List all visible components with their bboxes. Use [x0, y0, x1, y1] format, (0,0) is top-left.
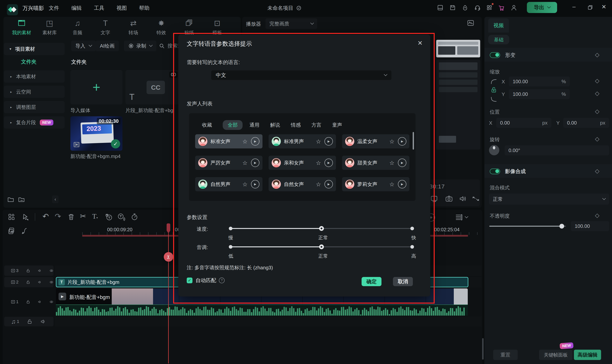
- volume-icon[interactable]: [459, 195, 467, 203]
- tab-templates[interactable]: ⊡模板: [203, 19, 231, 36]
- favorite-star-icon[interactable]: ☆: [389, 181, 394, 188]
- menu-edit[interactable]: 编辑: [71, 5, 82, 12]
- voice-card[interactable]: 严厉女声☆▶: [195, 156, 262, 170]
- tab-stock[interactable]: ◳素材库: [36, 19, 64, 36]
- redo-icon[interactable]: ↷: [55, 212, 61, 221]
- preview-play-icon[interactable]: ▶: [251, 158, 260, 167]
- import-button[interactable]: 导入: [71, 40, 96, 51]
- mute-icon[interactable]: [38, 299, 42, 305]
- display-mode-icon[interactable]: [430, 195, 438, 203]
- headset-icon[interactable]: [474, 4, 481, 11]
- track-header-video2[interactable]: 2: [4, 277, 53, 287]
- voice-card[interactable]: 温柔女声☆▶: [342, 134, 409, 148]
- plugins-grid-icon[interactable]: [486, 4, 493, 11]
- tab-my-media[interactable]: 🗔我的素材: [8, 19, 36, 36]
- text-clip-tile[interactable]: 00 T CC: [126, 70, 179, 104]
- delete-folder-icon[interactable]: [18, 195, 25, 203]
- scrollbar[interactable]: [482, 338, 484, 360]
- voice-tab-emotion[interactable]: 情感: [291, 122, 301, 128]
- sidebar-item-adjustment-layer[interactable]: ▸调整图层: [4, 101, 65, 113]
- menu-help[interactable]: 帮助: [139, 5, 149, 12]
- restore-button[interactable]: [587, 4, 593, 11]
- opacity-value-field[interactable]: 100.00: [571, 221, 609, 231]
- position-x-field[interactable]: 0.00px: [496, 118, 551, 128]
- hide-track-icon[interactable]: [49, 268, 53, 274]
- voice-tab-dialect[interactable]: 方言: [312, 122, 321, 128]
- track-lane-audio1[interactable]: [55, 317, 482, 326]
- preview-play-icon[interactable]: ▶: [251, 180, 260, 188]
- preview-play-icon[interactable]: ▶: [325, 137, 333, 145]
- voice-card[interactable]: 标准男声☆▶: [269, 134, 336, 148]
- speed-slider[interactable]: [230, 228, 413, 229]
- add-marker-icon[interactable]: [8, 227, 16, 235]
- track-layout-icon[interactable]: [455, 213, 463, 221]
- playback-quality-select[interactable]: 完整画质: [266, 18, 317, 29]
- voice-card[interactable]: 自然男声☆▶: [195, 177, 262, 191]
- transform-toggle[interactable]: [490, 52, 500, 58]
- export-button[interactable]: 导出: [527, 2, 557, 13]
- favorite-star-icon[interactable]: ☆: [316, 159, 321, 166]
- preview-play-icon[interactable]: ▶: [325, 158, 333, 167]
- new-folder-icon[interactable]: [7, 195, 14, 203]
- snapshot-camera-icon[interactable]: [445, 195, 453, 203]
- sidebar-item-compound-clip[interactable]: ▸复合片段NEW: [4, 116, 65, 129]
- record-button[interactable]: 录制: [124, 40, 156, 51]
- cart-icon[interactable]: [498, 4, 505, 12]
- tab-audio[interactable]: ♫音频: [64, 19, 91, 36]
- compositing-toggle[interactable]: [490, 169, 500, 174]
- voice-card[interactable]: 萝莉女声☆▶: [342, 177, 409, 191]
- mute-icon[interactable]: [40, 318, 46, 325]
- hide-track-icon[interactable]: [49, 279, 53, 285]
- preview-play-icon[interactable]: ▶: [251, 137, 260, 145]
- lock-icon[interactable]: [26, 299, 30, 305]
- mute-icon[interactable]: [38, 279, 42, 285]
- favorite-star-icon[interactable]: ☆: [389, 138, 394, 145]
- text-tool-icon[interactable]: T▾: [92, 212, 98, 220]
- collapse-sidebar-button[interactable]: ‹: [52, 195, 59, 203]
- text-to-speech-icon[interactable]: [117, 213, 126, 221]
- minimize-button[interactable]: –: [573, 3, 576, 10]
- ok-button[interactable]: 确定: [362, 277, 381, 286]
- speech-to-text-icon[interactable]: [105, 213, 113, 221]
- lock-icon[interactable]: [26, 279, 30, 285]
- voice-tab-general[interactable]: 通用: [249, 122, 260, 128]
- scale-x-field[interactable]: 100.00%: [509, 77, 570, 86]
- keyframe-diamond-icon[interactable]: ◇: [595, 108, 599, 115]
- opacity-slider-handle[interactable]: [560, 224, 564, 229]
- lock-icon[interactable]: [27, 319, 33, 325]
- track-header-audio1[interactable]: ♫ 1: [4, 317, 53, 326]
- scope-icon[interactable]: [467, 19, 474, 27]
- rotation-knob[interactable]: [489, 145, 499, 155]
- keyframe-panel-button[interactable]: 关键帧面板: [539, 350, 573, 360]
- tab-transition[interactable]: ⇄转场: [119, 19, 147, 36]
- auto-match-checkbox[interactable]: ✓: [187, 278, 193, 283]
- preview-play-icon[interactable]: ▶: [325, 180, 333, 188]
- lock-scale-icon[interactable]: [491, 86, 497, 93]
- playhead-scissors-badge[interactable]: ✂: [164, 252, 173, 262]
- opacity-slider[interactable]: [489, 226, 566, 227]
- keyframe-diamond-icon[interactable]: ◇: [595, 212, 599, 219]
- menu-tools[interactable]: 工具: [94, 5, 104, 12]
- keyframe-diamond-icon[interactable]: ◇: [595, 51, 599, 58]
- import-media-tile[interactable]: +: [70, 70, 122, 104]
- favorite-star-icon[interactable]: ☆: [316, 181, 321, 188]
- properties-tab-basic[interactable]: 基础: [488, 35, 509, 44]
- voice-tab-all[interactable]: 全部: [223, 120, 243, 130]
- menu-view[interactable]: 视图: [117, 5, 127, 12]
- tab-text[interactable]: T文字: [91, 19, 119, 36]
- sidebar-item-local-media[interactable]: ▸本地素材: [4, 70, 65, 83]
- menu-file[interactable]: 文件: [49, 5, 59, 12]
- reset-button[interactable]: 重置: [493, 350, 518, 360]
- tab-effects[interactable]: ✸特效: [147, 19, 175, 36]
- pitch-slider-handle[interactable]: [319, 245, 324, 249]
- voice-tab-child[interactable]: 童声: [332, 122, 342, 128]
- layout-icon[interactable]: [437, 4, 444, 11]
- sidebar-header-project-assets[interactable]: ▾项目素材: [4, 43, 65, 55]
- keyframe-diamond-icon[interactable]: ◇: [595, 135, 599, 142]
- preview-play-icon[interactable]: ▶: [398, 158, 406, 167]
- fullscreen-icon[interactable]: [472, 195, 480, 203]
- voice-list-scrollbar[interactable]: [413, 132, 414, 150]
- scale-y-field[interactable]: 100.00%: [509, 89, 570, 99]
- split-scissors-icon[interactable]: ✂: [80, 212, 86, 220]
- keyframe-diamond-icon[interactable]: ◇: [595, 77, 599, 84]
